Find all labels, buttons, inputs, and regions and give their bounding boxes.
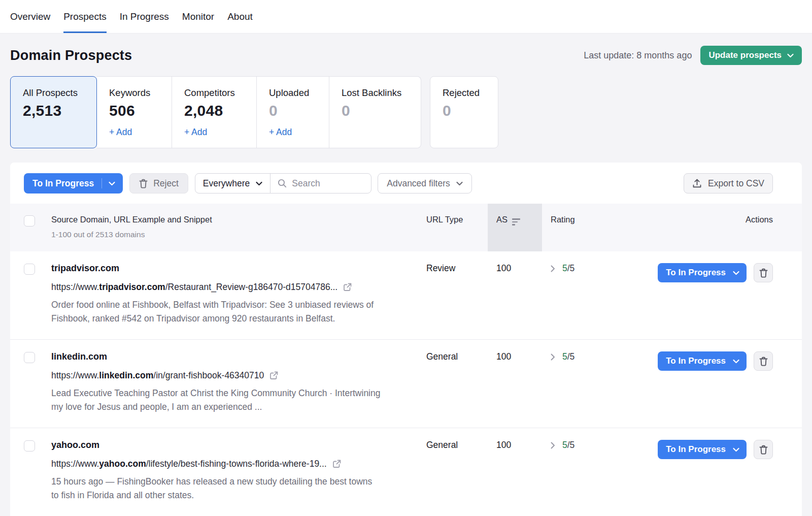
row-checkbox[interactable] <box>24 264 35 275</box>
chevron-down-icon <box>733 447 739 452</box>
url-type-value: Review <box>426 263 488 326</box>
export-icon <box>692 179 702 188</box>
card-label: Keywords <box>109 87 159 99</box>
card-value: 2,513 <box>23 102 84 119</box>
update-prospects-button[interactable]: Update prospects <box>700 46 802 65</box>
source-domain: tripadvisor.com <box>51 263 426 274</box>
external-link-icon[interactable] <box>332 460 341 468</box>
table-header: Source Domain, URL Example and Snippet 1… <box>10 204 802 251</box>
card-all-prospects[interactable]: All Prospects 2,513 <box>10 76 97 148</box>
chevron-down-icon <box>456 181 463 186</box>
rating-value: 5/5 <box>562 263 574 274</box>
url-prefix: https://www. <box>51 370 99 380</box>
rating-value: 5/5 <box>562 351 574 362</box>
card-value: 506 <box>109 102 159 119</box>
top-nav: Overview Prospects In Progress Monitor A… <box>0 0 812 34</box>
table-row: linkedin.com https://www.linkedin.com/in… <box>10 339 802 428</box>
url-domain: yahoo.com <box>99 459 146 469</box>
chevron-right-icon[interactable] <box>551 265 555 272</box>
col-source-domain: Source Domain, URL Example and Snippet <box>51 215 426 224</box>
search-field-wrap <box>270 174 371 193</box>
to-in-progress-label: To In Progress <box>666 356 726 366</box>
as-value: 100 <box>488 263 542 326</box>
card-rejected[interactable]: Rejected 0 <box>430 76 498 148</box>
search-input[interactable] <box>292 178 363 189</box>
to-in-progress-label: To In Progress <box>666 268 726 278</box>
table-row: tripadvisor.com https://www.tripadvisor.… <box>10 251 802 339</box>
stats-row: All Prospects 2,513 Keywords 506 + Add C… <box>10 76 802 148</box>
url-path: /Restaurant_Review-g186470-d15704786... <box>165 282 338 292</box>
rating-cell: 5/5 <box>542 351 651 414</box>
external-link-icon[interactable] <box>269 371 278 380</box>
table-toolbar: To In Progress Reject Everywhere <box>10 163 802 204</box>
add-competitors-link[interactable]: + Add <box>184 127 244 138</box>
url-path: /in/grant-fishbook-46340710 <box>153 370 264 380</box>
to-in-progress-bulk-button[interactable]: To In Progress <box>24 173 123 194</box>
select-all-checkbox[interactable] <box>24 215 35 227</box>
delete-row-button[interactable] <box>754 440 773 459</box>
external-link-icon[interactable] <box>343 283 352 292</box>
card-keywords[interactable]: Keywords 506 + Add <box>97 76 172 148</box>
search-icon <box>278 179 287 188</box>
col-rating: Rating <box>542 204 651 251</box>
url-example: https://www.linkedin.com/in/grant-fishbo… <box>51 370 426 381</box>
tab-monitor[interactable]: Monitor <box>182 0 214 33</box>
trash-icon <box>759 268 768 278</box>
card-uploaded[interactable]: Uploaded 0 + Add <box>257 76 329 148</box>
to-in-progress-row-button[interactable]: To In Progress <box>658 263 747 282</box>
export-to-csv-button[interactable]: Export to CSV <box>684 173 773 194</box>
to-in-progress-row-button[interactable]: To In Progress <box>658 440 747 459</box>
chevron-right-icon[interactable] <box>551 353 555 361</box>
card-lost-backlinks[interactable]: Lost Backlinks 0 <box>329 76 421 148</box>
reject-label: Reject <box>153 178 179 189</box>
tab-prospects[interactable]: Prospects <box>63 0 106 33</box>
as-value: 100 <box>488 351 542 414</box>
trash-icon <box>759 357 768 366</box>
delete-row-button[interactable] <box>754 263 773 282</box>
chevron-down-icon <box>733 271 739 275</box>
to-in-progress-row-button[interactable]: To In Progress <box>658 351 747 371</box>
search-scope-select[interactable]: Everywhere <box>195 174 270 193</box>
chevron-right-icon[interactable] <box>551 442 555 449</box>
page-title: Domain Prospects <box>10 48 132 63</box>
url-prefix: https://www. <box>51 282 99 292</box>
add-uploaded-link[interactable]: + Add <box>269 127 317 138</box>
url-prefix: https://www. <box>51 459 99 469</box>
to-in-progress-label: To In Progress <box>666 444 726 455</box>
tab-about[interactable]: About <box>227 0 253 33</box>
tab-in-progress[interactable]: In Progress <box>120 0 169 33</box>
add-keywords-link[interactable]: + Add <box>109 127 159 138</box>
advanced-filters-button[interactable]: Advanced filters <box>378 173 472 194</box>
url-type-value: General <box>426 351 488 414</box>
rating-value: 5/5 <box>562 440 574 450</box>
chevron-down-icon <box>787 53 794 58</box>
last-update-text: Last update: 8 months ago <box>584 50 692 61</box>
as-value: 100 <box>488 440 542 502</box>
card-competitors[interactable]: Competitors 2,048 + Add <box>172 76 257 148</box>
card-value: 2,048 <box>184 102 244 119</box>
col-as[interactable]: AS <box>488 204 542 251</box>
col-as-label: AS <box>496 215 507 224</box>
row-checkbox[interactable] <box>24 440 35 452</box>
chevron-down-icon <box>733 359 739 364</box>
export-label: Export to CSV <box>708 178 764 189</box>
url-path: /lifestyle/best-fishing-towns-florida-wh… <box>146 459 327 469</box>
row-count-text: 1-100 out of 2513 domains <box>51 230 426 239</box>
url-example: https://www.tripadvisor.com/Restaurant_R… <box>51 282 426 293</box>
search-combo: Everywhere <box>195 173 371 194</box>
card-label: Competitors <box>184 87 244 99</box>
card-label: Rejected <box>443 87 486 99</box>
search-scope-value: Everywhere <box>203 178 250 189</box>
tab-overview[interactable]: Overview <box>10 0 50 33</box>
delete-row-button[interactable] <box>754 351 773 371</box>
to-in-progress-label: To In Progress <box>32 178 94 189</box>
card-label: All Prospects <box>23 87 84 99</box>
reject-button[interactable]: Reject <box>129 173 188 194</box>
page-header: Domain Prospects Last update: 8 months a… <box>10 46 802 65</box>
url-domain: tripadvisor.com <box>99 282 165 292</box>
card-label: Lost Backlinks <box>342 87 409 99</box>
row-checkbox[interactable] <box>24 352 35 363</box>
rating-cell: 5/5 <box>542 263 651 326</box>
update-prospects-label: Update prospects <box>708 50 782 60</box>
url-type-value: General <box>426 440 488 502</box>
